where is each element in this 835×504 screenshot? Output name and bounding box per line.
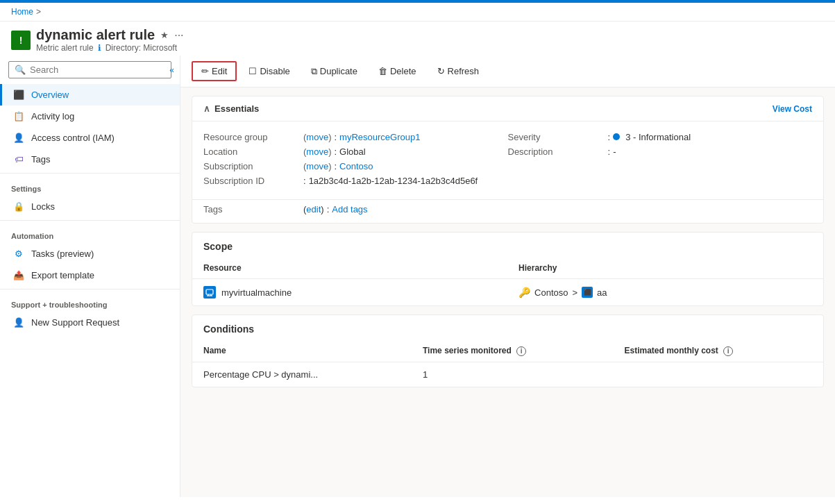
search-icon: 🔍 (15, 65, 26, 75)
edit-icon: ✏ (201, 66, 209, 76)
nav-divider-2 (0, 220, 180, 221)
search-input[interactable] (30, 65, 165, 75)
hierarchy-aa: aa (597, 287, 607, 298)
conditions-panel: Conditions Name Time series monitored i … (192, 314, 824, 387)
location-move-link[interactable]: move (306, 146, 328, 157)
sidebar-item-tags-label: Tags (31, 154, 50, 165)
export-icon: 📤 (13, 270, 24, 280)
vm-icon (203, 286, 216, 299)
disable-button[interactable]: ☐ Disable (239, 62, 298, 81)
key-icon: 🔑 (518, 287, 530, 298)
essentials-panel-header: ∧ Essentials View Cost (192, 96, 823, 121)
scope-hierarchy-col: Hierarchy (507, 258, 823, 279)
scope-table: Resource Hierarchy myvirtualmachine (192, 258, 823, 305)
sidebar-item-activity-log[interactable]: 📋 Activity log (0, 106, 180, 127)
lock-icon: 🔒 (13, 201, 24, 212)
sidebar-item-export[interactable]: 📤 Export template (0, 264, 180, 286)
more-options-icon[interactable]: ··· (174, 29, 183, 42)
subscription-id-row: Subscription ID : 1a2b3c4d-1a2b-12ab-123… (203, 174, 508, 188)
location-label: Location (203, 146, 301, 157)
condition-estimated-cost (613, 362, 823, 387)
activity-log-icon: 📋 (13, 111, 24, 121)
sidebar-item-tasks-label: Tasks (preview) (31, 249, 94, 259)
tags-add-link[interactable]: Add tags (332, 204, 367, 215)
page-title: dynamic alert rule (36, 27, 155, 43)
subscription-id-label: Subscription ID (203, 176, 301, 186)
page-header: ! dynamic alert rule ★ ··· Metric alert … (0, 22, 835, 56)
description-value: - (613, 146, 616, 157)
sidebar-item-locks[interactable]: 🔒 Locks (0, 196, 180, 217)
cost-info-icon[interactable]: i (723, 346, 733, 356)
time-series-info-icon[interactable]: i (516, 346, 526, 356)
subscription-label: Subscription (203, 161, 301, 171)
nav-divider-3 (0, 289, 180, 289)
sidebar-item-tags[interactable]: 🏷 Tags (0, 149, 180, 170)
sidebar: 🔍 « ⬛ Overview 📋 Activity log 👤 Access c… (0, 56, 180, 497)
duplicate-icon: ⧉ (311, 66, 317, 77)
subscription-move-link[interactable]: move (306, 161, 328, 171)
location-row: Location (move) : Global (203, 144, 508, 159)
resource-group-move-link[interactable]: move (306, 132, 328, 142)
main-layout: 🔍 « ⬛ Overview 📋 Activity log 👤 Access c… (0, 56, 835, 497)
scope-resource-col: Resource (192, 258, 507, 279)
essentials-grid: Resource group (move) : myResourceGroup1… (192, 121, 823, 196)
nav-divider-1 (0, 173, 180, 174)
search-box[interactable]: 🔍 (8, 61, 171, 78)
tags-label: Tags (203, 204, 301, 215)
refresh-button[interactable]: ↻ Refresh (428, 62, 489, 81)
essentials-toggle-icon[interactable]: ∧ (203, 103, 210, 114)
breadcrumb-home[interactable]: Home (11, 7, 33, 17)
sidebar-item-access-control-label: Access control (IAM) (31, 133, 115, 143)
scope-title: Scope (192, 233, 823, 258)
subscription-value[interactable]: Contoso (339, 161, 373, 171)
tasks-icon: ⚙ (13, 249, 24, 259)
severity-value: 3 - Informational (625, 132, 691, 142)
sidebar-item-overview-label: Overview (31, 90, 69, 100)
scope-hierarchy-cell: 🔑 Contoso > ⬛ aa (507, 279, 823, 306)
scope-row: myvirtualmachine 🔑 Contoso > ⬛ aa (192, 279, 823, 306)
resource-group-row: Resource group (move) : myResourceGroup1 (203, 130, 508, 144)
sidebar-item-export-label: Export template (31, 270, 94, 280)
essentials-right: Severity : 3 - Informational Description… (508, 130, 813, 188)
tags-edit-link[interactable]: edit (306, 204, 321, 215)
essentials-left: Resource group (move) : myResourceGroup1… (203, 130, 508, 188)
tenant-icon: ⬛ (582, 287, 593, 298)
sidebar-item-activity-log-label: Activity log (31, 111, 74, 121)
delete-button[interactable]: 🗑 Delete (369, 62, 425, 81)
settings-section-title: Settings (0, 176, 180, 196)
disable-icon: ☐ (248, 66, 257, 76)
breadcrumb-separator: > (36, 7, 41, 17)
subscription-row: Subscription (move) : Contoso (203, 159, 508, 174)
hierarchy-contoso: Contoso (534, 287, 568, 298)
description-row: Description : - (508, 144, 813, 159)
delete-icon: 🗑 (378, 66, 387, 76)
favorite-icon[interactable]: ★ (160, 30, 169, 40)
support-section-title: Support + troubleshooting (0, 292, 180, 312)
info-icon: ℹ (98, 43, 101, 53)
page-title-group: dynamic alert rule ★ ··· Metric alert ru… (36, 27, 824, 53)
sidebar-item-support-label: New Support Request (31, 317, 119, 328)
edit-button[interactable]: ✏ Edit (192, 61, 237, 81)
refresh-icon: ↻ (437, 66, 445, 76)
severity-label: Severity (508, 132, 605, 142)
sidebar-item-locks-label: Locks (31, 201, 55, 212)
conditions-time-col: Time series monitored i (412, 340, 613, 362)
breadcrumb: Home > (0, 3, 835, 22)
sidebar-collapse-btn[interactable]: « (164, 62, 180, 78)
support-icon: 👤 (13, 317, 24, 328)
svg-rect-0 (206, 289, 213, 294)
severity-row: Severity : 3 - Informational (508, 130, 813, 144)
sidebar-item-overview[interactable]: ⬛ Overview (0, 84, 180, 106)
resource-group-value[interactable]: myResourceGroup1 (339, 132, 420, 142)
essentials-panel: ∧ Essentials View Cost Resource group (m… (192, 96, 824, 224)
scope-resource-name: myvirtualmachine (221, 287, 292, 298)
view-cost-link[interactable]: View Cost (773, 104, 812, 114)
sidebar-item-tasks[interactable]: ⚙ Tasks (preview) (0, 243, 180, 264)
content-area: ✏ Edit ☐ Disable ⧉ Duplicate 🗑 Delete ↻ … (180, 56, 835, 497)
page-icon: ! (11, 31, 31, 50)
sidebar-item-support[interactable]: 👤 New Support Request (0, 312, 180, 333)
conditions-cost-col: Estimated monthly cost i (613, 340, 823, 362)
sidebar-item-access-control[interactable]: 👤 Access control (IAM) (0, 127, 180, 149)
duplicate-button[interactable]: ⧉ Duplicate (302, 62, 366, 81)
resource-group-label: Resource group (203, 132, 301, 142)
